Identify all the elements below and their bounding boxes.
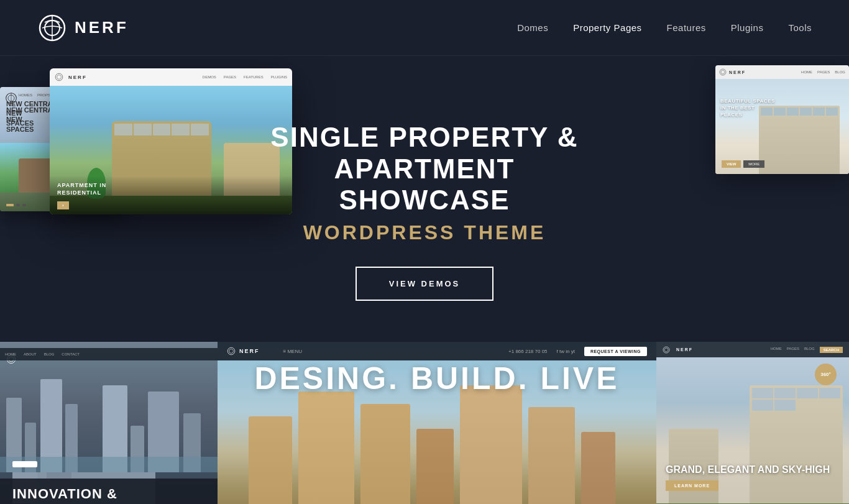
bottom-left-card: HOME ABOUT BLOG CONTACT INNOVATION & ELE… — [0, 342, 218, 504]
hero-title: SINGLE PROPERTY & APARTMENT SHOWCASE — [250, 122, 599, 216]
nav-item-features[interactable]: Features — [667, 22, 706, 33]
logo-text: NERF — [75, 18, 129, 37]
bottom-center-overlay: DESING. BUILD. LIVE — [218, 360, 656, 396]
logo-area: NERF — [37, 13, 129, 43]
bottom-left-footer: INNOVATION & ELEGANCE CHOOSE AN APARTMEN… — [0, 479, 218, 504]
nav-item-tools[interactable]: Tools — [788, 22, 812, 33]
main-nav: Domes Property Pages Features Plugins To… — [517, 22, 812, 33]
header-phone: +1 866 218 70 05 — [508, 349, 548, 354]
svg-point-6 — [55, 73, 63, 81]
svg-point-3 — [6, 93, 17, 104]
hero-section: HOMESPROPSABOUTBLOG NEW CENTRALNEWSPACES — [0, 56, 849, 342]
svg-point-12 — [227, 347, 235, 355]
header-logo-small: NERF — [227, 347, 260, 355]
bottom-right-header: NERF HOME PAGES BLOG SEARCH — [656, 342, 849, 357]
header-links: +1 866 218 70 05 f tw in yt REQUEST A VI… — [508, 347, 647, 356]
header-logo-text: NERF — [239, 348, 260, 354]
bottom-right-content: GRAND, ELEGANT AND SKY-HIGH LEARN MORE — [666, 464, 830, 491]
hero-subtitle: WORDPRESS THEME — [250, 221, 599, 244]
learn-more-button[interactable]: LEARN MORE — [666, 480, 718, 491]
bottom-center-card: DESING. BUILD. LIVE NERF ≡ MENU +1 866 2… — [218, 342, 656, 504]
right-header-logo: NERF — [676, 347, 693, 352]
demo-card-behind: HOMESPROPSABOUTBLOG NEW CENTRALNEWSPACES — [0, 87, 124, 211]
nav-item-property-pages[interactable]: Property Pages — [573, 22, 641, 33]
bottom-left-title: INNOVATION & ELEGANCE — [12, 486, 205, 504]
right-card-overlay-text: BEAUTIFUL SPACESIN THE BESTPLACES — [720, 98, 775, 119]
nav-item-plugins[interactable]: Plugins — [731, 22, 764, 33]
header-social: f tw in yt — [557, 349, 575, 354]
request-viewing-button[interactable]: REQUEST A VIEWING — [584, 347, 647, 356]
building-scene-behind: HOMESPROPSABOUTBLOG NEW CENTRALNEWSPACES — [0, 87, 124, 211]
nerf-logo-icon — [37, 13, 67, 43]
bottom-center-header: NERF ≡ MENU +1 866 218 70 05 f tw in yt … — [218, 342, 656, 360]
svg-point-4 — [8, 95, 14, 101]
view-demos-button[interactable]: VIEW DEMOS — [356, 267, 494, 301]
svg-point-14 — [663, 347, 669, 353]
svg-point-8 — [720, 69, 726, 75]
hero-center-content: SINGLE PROPERTY & APARTMENT SHOWCASE WOR… — [250, 122, 599, 301]
bottom-right-card: NERF HOME PAGES BLOG SEARCH 360° GRAND, … — [656, 342, 849, 504]
right-card-header: NERF HOME PAGES BLOG — [715, 65, 849, 79]
svg-point-15 — [664, 348, 668, 352]
svg-point-13 — [229, 349, 234, 354]
header: NERF Domes Property Pages Features Plugi… — [0, 0, 849, 56]
header-menu-label: ≡ MENU — [283, 349, 302, 354]
badge-360: 360° — [815, 364, 837, 385]
bottom-center-title: DESING. BUILD. LIVE — [218, 360, 656, 396]
sky-high-title: GRAND, ELEGANT AND SKY-HIGH — [666, 464, 830, 475]
card-header-main: NERF DEMOS PAGES FEATURES PLUGINS — [50, 68, 292, 86]
bottom-section: HOME ABOUT BLOG CONTACT INNOVATION & ELE… — [0, 342, 849, 504]
svg-point-9 — [721, 70, 725, 74]
bottom-center-bg: DESING. BUILD. LIVE — [218, 342, 656, 504]
right-card-scene: BEAUTIFUL SPACESIN THE BESTPLACES VIEW M… — [715, 79, 849, 174]
demo-card-right: NERF HOME PAGES BLOG — [715, 65, 849, 174]
hero-right-cards: NERF HOME PAGES BLOG — [712, 56, 849, 342]
nav-item-domes[interactable]: Domes — [517, 22, 548, 33]
svg-point-7 — [57, 75, 62, 80]
